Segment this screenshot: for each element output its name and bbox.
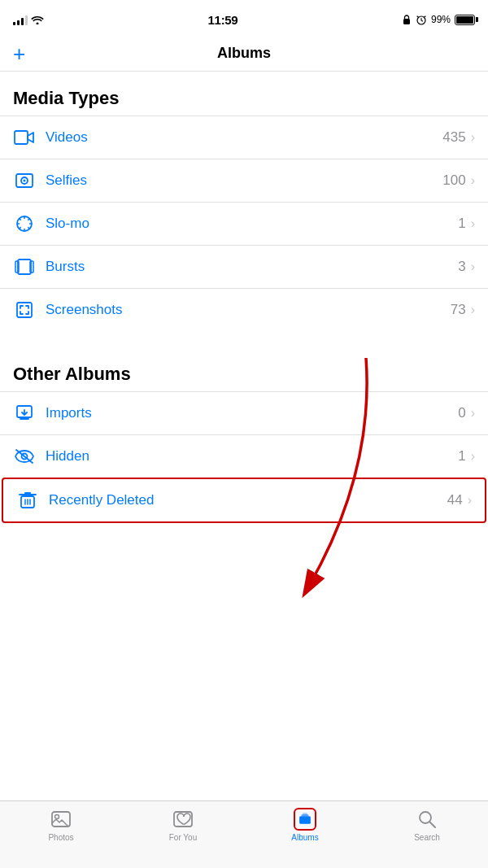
chevron-icon: › <box>471 303 475 317</box>
svg-rect-30 <box>299 817 311 824</box>
chevron-icon: › <box>471 260 475 274</box>
chevron-icon: › <box>471 449 475 464</box>
tab-search[interactable]: Search <box>366 808 488 842</box>
screenshots-label: Screenshots <box>46 302 451 318</box>
list-item[interactable]: Hidden 1 › <box>0 434 488 478</box>
imports-label: Imports <box>46 405 458 421</box>
page-title: Albums <box>217 45 271 62</box>
status-right: 99% <box>402 14 475 25</box>
bursts-icon <box>13 255 36 278</box>
svg-rect-19 <box>17 303 32 317</box>
list-item[interactable]: Imports 0 › <box>0 391 488 434</box>
svg-rect-32 <box>303 813 307 816</box>
other-albums-title: Other Albums <box>13 364 131 384</box>
media-types-title: Media Types <box>13 88 119 108</box>
signal-bars <box>13 14 28 25</box>
list-item[interactable]: Bursts 3 › <box>0 245 488 288</box>
for-you-tab-label: For You <box>169 833 197 842</box>
slomo-count: 1 <box>458 216 465 232</box>
slomo-icon <box>13 212 36 235</box>
chevron-icon: › <box>471 130 475 145</box>
chevron-icon: › <box>471 406 475 421</box>
svg-line-34 <box>429 822 435 827</box>
status-time: 11:59 <box>208 13 238 27</box>
chevron-icon: › <box>471 173 475 188</box>
albums-tab-label: Albums <box>291 833 318 842</box>
lock-icon <box>402 14 412 25</box>
list-item[interactable]: Screenshots 73 › <box>0 288 488 331</box>
svg-rect-17 <box>15 261 19 273</box>
media-types-section-header: Media Types <box>0 72 488 116</box>
add-album-button[interactable]: + <box>13 43 25 64</box>
recently-deleted-count: 44 <box>447 492 463 508</box>
status-bar: 11:59 99% <box>0 0 488 36</box>
bursts-label: Bursts <box>46 259 458 275</box>
videos-count: 435 <box>442 129 465 146</box>
selfies-count: 100 <box>442 172 465 189</box>
other-albums-section-header: Other Albums <box>0 347 488 391</box>
svg-rect-27 <box>52 812 70 827</box>
hidden-label: Hidden <box>46 448 458 465</box>
tab-for-you[interactable]: For You <box>122 808 244 842</box>
content-area: Media Types Videos 435 › Selfies 100 › <box>0 72 488 596</box>
battery-percent: 99% <box>431 14 451 25</box>
recently-deleted-label: Recently Deleted <box>49 492 447 508</box>
screenshots-count: 73 <box>451 302 466 318</box>
imports-count: 0 <box>458 405 465 421</box>
list-item[interactable]: Slo-mo 1 › <box>0 202 488 245</box>
selfie-icon <box>13 169 36 192</box>
svg-rect-0 <box>403 19 410 24</box>
battery-icon <box>455 15 475 25</box>
svg-line-13 <box>28 227 29 229</box>
recently-deleted-item[interactable]: Recently Deleted 44 › <box>2 478 486 523</box>
hidden-icon <box>13 445 36 468</box>
nav-header: + Albums <box>0 36 488 72</box>
tab-photos[interactable]: Photos <box>0 808 122 842</box>
svg-line-15 <box>20 227 21 229</box>
bursts-count: 3 <box>458 259 465 275</box>
video-icon <box>13 126 36 149</box>
imports-icon <box>13 402 36 425</box>
svg-rect-16 <box>18 260 31 274</box>
svg-line-14 <box>28 219 29 220</box>
for-you-tab-icon <box>172 808 194 831</box>
search-tab-icon <box>416 808 438 831</box>
search-tab-label: Search <box>414 833 440 842</box>
tab-bar: Photos For You Albums Sear <box>0 800 488 868</box>
videos-label: Videos <box>46 129 442 146</box>
hidden-count: 1 <box>458 448 465 465</box>
trash-icon <box>16 489 39 512</box>
chevron-icon: › <box>468 493 472 508</box>
selfies-label: Selfies <box>46 172 442 189</box>
svg-line-12 <box>20 219 21 220</box>
status-left <box>13 14 44 25</box>
chevron-icon: › <box>471 216 475 231</box>
alarm-icon <box>416 14 427 25</box>
photos-tab-icon <box>50 808 72 831</box>
list-item[interactable]: Selfies 100 › <box>0 159 488 202</box>
photos-tab-label: Photos <box>48 833 73 842</box>
svg-rect-3 <box>15 131 28 144</box>
slomo-label: Slo-mo <box>46 216 458 232</box>
albums-tab-icon <box>294 808 316 831</box>
svg-point-28 <box>55 815 59 819</box>
wifi-icon <box>31 15 44 24</box>
svg-rect-18 <box>30 261 33 273</box>
screenshot-icon <box>13 299 36 321</box>
tab-albums[interactable]: Albums <box>244 808 366 842</box>
svg-point-6 <box>24 180 26 182</box>
list-item[interactable]: Videos 435 › <box>0 116 488 159</box>
